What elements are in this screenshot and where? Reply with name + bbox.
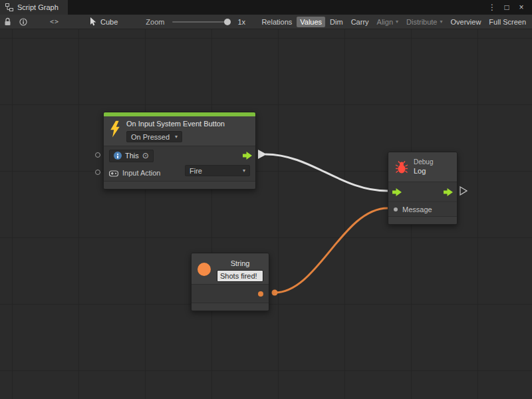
- lock-button[interactable]: [4, 15, 11, 29]
- chevron-down-icon: ▾: [396, 19, 398, 25]
- toolbar-button-carry[interactable]: Carry: [348, 17, 372, 27]
- chevron-down-icon: ▾: [440, 19, 443, 25]
- message-row: Message: [388, 201, 457, 216]
- bug-icon: [395, 160, 408, 174]
- toolbar-button-overview[interactable]: Overview: [448, 17, 485, 27]
- maximize-button[interactable]: □: [501, 0, 512, 15]
- flow-output-port[interactable]: [444, 188, 453, 196]
- message-port-label: Message: [402, 205, 432, 213]
- event-node-body: This ⊙ Input Action Fire ▾: [104, 146, 255, 181]
- this-row: This ⊙: [104, 146, 255, 165]
- string-output-port[interactable]: [258, 291, 263, 297]
- toolbar-button-dim[interactable]: Dim: [327, 17, 346, 27]
- event-node-footer: [104, 181, 255, 189]
- close-button[interactable]: ×: [516, 0, 527, 15]
- string-node-footer: [192, 303, 269, 311]
- input-action-row: Input Action Fire ▾: [104, 165, 255, 181]
- flow-output-port[interactable]: [243, 152, 252, 160]
- toolbar-buttons: Relations Values Dim Carry Align ▾ Distr…: [258, 17, 529, 27]
- toolbar-button-fullscreen[interactable]: Full Screen: [485, 17, 529, 27]
- node-category: Debug: [414, 158, 433, 166]
- graph-canvas[interactable]: On Input System Event Button On Pressed …: [0, 29, 532, 399]
- event-node-header: On Input System Event Button On Pressed …: [104, 116, 255, 146]
- input-action-label: Input Action: [122, 169, 161, 177]
- debug-node-title: Log: [414, 166, 433, 176]
- chevron-down-icon: ▾: [175, 134, 178, 140]
- toolbar-button-values[interactable]: Values: [297, 17, 325, 27]
- flow-arrowhead: [258, 150, 267, 159]
- window-controls: ⋮ □ ×: [487, 0, 532, 15]
- string-value-input[interactable]: [217, 270, 263, 282]
- this-value-input-port[interactable]: [95, 152, 100, 158]
- toolbar-button-distribute[interactable]: Distribute ▾: [403, 17, 446, 27]
- string-node-title: String: [231, 259, 250, 269]
- input-action-dropdown[interactable]: Fire ▾: [185, 165, 250, 176]
- debug-node-footer: [388, 216, 457, 224]
- info-icon: [19, 18, 27, 26]
- zoom-label: Zoom: [146, 18, 164, 26]
- event-node[interactable]: On Input System Event Button On Pressed …: [103, 112, 256, 190]
- trigger-dropdown[interactable]: On Pressed ▾: [126, 131, 182, 142]
- toolbar-button-relations[interactable]: Relations: [258, 17, 295, 27]
- string-node-header: String: [192, 253, 269, 284]
- graph-target-button[interactable]: Cube: [90, 17, 118, 26]
- zoom-slider[interactable]: [172, 21, 229, 23]
- debug-flow-row: [388, 182, 457, 201]
- flow-connection-wire[interactable]: [265, 154, 388, 191]
- message-input-port[interactable]: [394, 207, 398, 211]
- zoom-value: 1x: [237, 18, 245, 26]
- string-node-body: [192, 284, 269, 303]
- code-view-button[interactable]: <>: [50, 15, 59, 29]
- string-node[interactable]: String: [191, 253, 269, 311]
- toolbar-button-align[interactable]: Align ▾: [374, 17, 402, 27]
- tab-script-graph[interactable]: Script Graph: [0, 0, 68, 15]
- flow-input-port[interactable]: [392, 188, 402, 196]
- gamepad-icon: [109, 170, 118, 177]
- flow-output-open-port[interactable]: [460, 187, 467, 195]
- value-connection-wire[interactable]: [275, 208, 388, 293]
- zoom-slider-knob[interactable]: [224, 19, 231, 25]
- pointer-icon: [90, 17, 97, 26]
- window-titlebar: Script Graph ⋮ □ ×: [0, 0, 532, 15]
- window-menu-button[interactable]: ⋮: [487, 0, 497, 15]
- event-node-title: On Input System Event Button: [126, 119, 225, 129]
- tab-title: Script Graph: [17, 3, 59, 11]
- this-icon: [114, 152, 122, 160]
- script-graph-icon: [5, 3, 13, 11]
- info-button[interactable]: [19, 15, 27, 29]
- string-icon: [198, 263, 211, 276]
- chevron-down-icon: ▾: [243, 168, 245, 174]
- debug-node-header: Debug Log: [388, 152, 457, 182]
- target-object-label: Cube: [100, 18, 118, 26]
- graph-toolbar: <> Cube Zoom 1x Relations Values Dim Car…: [0, 15, 532, 29]
- debug-log-node[interactable]: Debug Log Message: [388, 152, 458, 225]
- action-value-input-port[interactable]: [95, 170, 100, 175]
- lightning-icon: [109, 120, 121, 138]
- object-picker-icon[interactable]: ⊙: [142, 152, 149, 160]
- wire-endpoint-dot: [272, 290, 278, 296]
- this-object-field[interactable]: This ⊙: [109, 150, 154, 162]
- lock-icon: [4, 17, 11, 26]
